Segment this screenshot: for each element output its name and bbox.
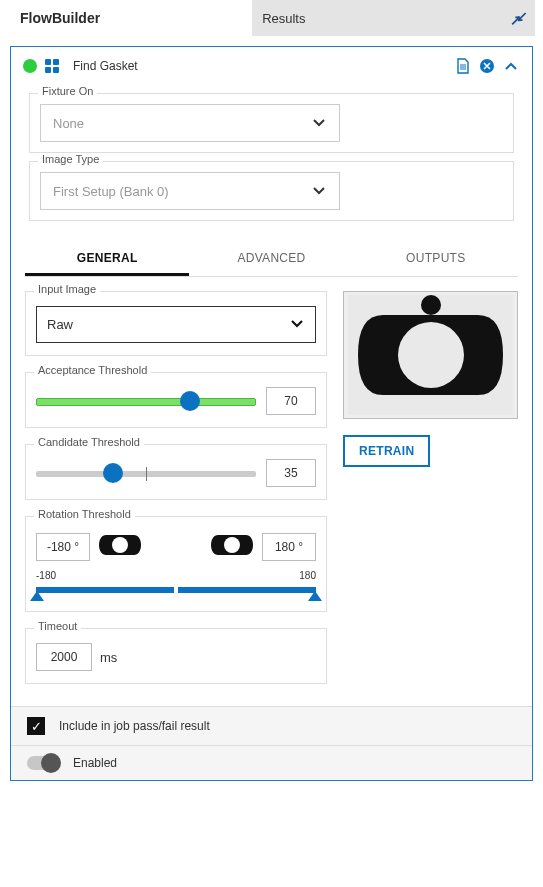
enabled-row: Enabled [11,745,532,780]
svg-point-4 [421,295,441,315]
image-type-select[interactable]: First Setup (Bank 0) [40,172,340,210]
rotation-min-input[interactable]: -180 ° [36,533,90,561]
results-label: Results [262,11,305,26]
app-grid-icon [45,59,59,73]
acceptance-label: Acceptance Threshold [34,364,151,376]
rotation-group: Rotation Threshold -180 ° 180 ° -180 180 [25,516,327,612]
svg-point-5 [398,322,464,388]
expand-collapse-icon[interactable]: ↙ ↗ [513,10,525,26]
gasket-min-icon [98,531,142,562]
rotation-range-slider[interactable] [36,585,316,599]
input-image-value: Raw [47,317,73,332]
close-icon[interactable] [478,57,496,75]
fixture-value: None [53,116,84,131]
fixture-field: Fixture On None [29,93,514,153]
gasket-max-icon [210,531,254,562]
chevron-down-icon [311,182,327,201]
acceptance-slider[interactable] [36,396,256,406]
timeout-group: Timeout 2000 ms [25,628,327,684]
image-type-field: Image Type First Setup (Bank 0) [29,161,514,221]
chevron-up-icon[interactable] [502,57,520,75]
tab-advanced[interactable]: ADVANCED [189,241,353,276]
candidate-label: Candidate Threshold [34,436,144,448]
enabled-label: Enabled [73,756,117,770]
tab-bar: GENERAL ADVANCED OUTPUTS [25,241,518,277]
retrain-button[interactable]: RETRAIN [343,435,430,467]
include-checkbox[interactable]: ✓ [27,717,45,735]
include-label: Include in job pass/fail result [59,719,210,733]
input-image-label: Input Image [34,283,100,295]
enabled-toggle[interactable] [27,756,59,770]
rotation-scale-min: -180 [36,570,56,581]
rotation-max-input[interactable]: 180 ° [262,533,316,561]
timeout-input[interactable]: 2000 [36,643,92,671]
input-image-select[interactable]: Raw [36,306,316,343]
status-dot-icon [23,59,37,73]
svg-point-1 [112,537,128,553]
app-title: FlowBuilder [8,10,100,26]
tool-panel: Find Gasket Fixture On None Image Type F… [10,46,533,781]
timeout-unit: ms [100,650,117,665]
timeout-label: Timeout [34,620,81,632]
results-tab[interactable]: Results ↙ ↗ [252,0,535,36]
candidate-slider[interactable] [36,468,256,478]
gasket-preview [343,291,518,419]
rotation-scale-max: 180 [299,570,316,581]
image-type-value: First Setup (Bank 0) [53,184,169,199]
input-image-group: Input Image Raw [25,291,327,356]
acceptance-value[interactable]: 70 [266,387,316,415]
svg-point-2 [224,537,240,553]
rotation-label: Rotation Threshold [34,508,135,520]
fixture-select[interactable]: None [40,104,340,142]
include-row: ✓ Include in job pass/fail result [11,706,532,745]
tab-general[interactable]: GENERAL [25,241,189,276]
panel-title: Find Gasket [73,59,138,73]
candidate-value[interactable]: 35 [266,459,316,487]
candidate-group: Candidate Threshold 35 [25,444,327,500]
image-type-label: Image Type [38,153,103,165]
acceptance-group: Acceptance Threshold 70 [25,372,327,428]
chevron-down-icon [311,114,327,133]
chevron-down-icon [289,315,305,334]
report-icon[interactable] [454,57,472,75]
fixture-label: Fixture On [38,85,97,97]
tab-outputs[interactable]: OUTPUTS [354,241,518,276]
